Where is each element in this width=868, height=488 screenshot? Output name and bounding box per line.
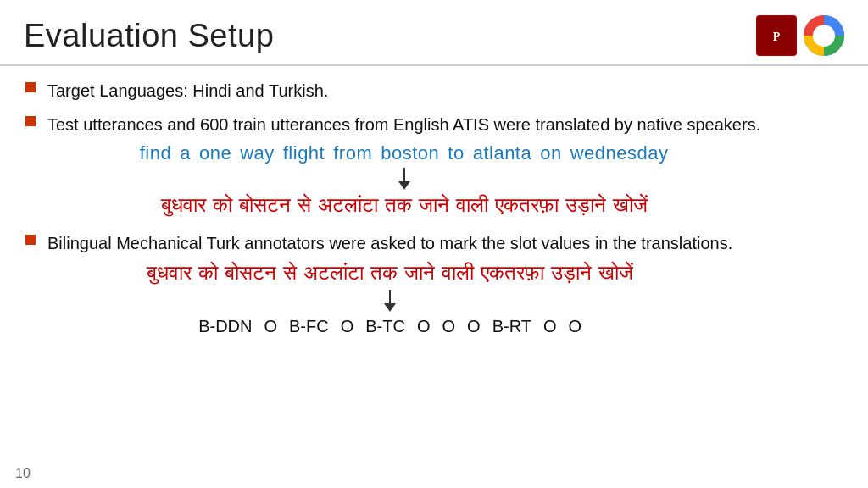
eng-word-from: from bbox=[333, 142, 372, 164]
hi2-word-6: तक bbox=[370, 261, 398, 285]
eng-word-one: one bbox=[199, 142, 231, 164]
eng-word-boston: boston bbox=[381, 142, 439, 164]
bio-tag-11: O bbox=[569, 317, 582, 336]
hi2-word-1: बुधवार bbox=[147, 261, 192, 285]
hi2-word-5: अटलांटा bbox=[303, 261, 364, 285]
hi2-word-8: वाली bbox=[442, 261, 474, 285]
hi1-word-7: जाने bbox=[419, 193, 449, 217]
slide-number: 10 bbox=[15, 466, 31, 481]
bullet-item-1: Target Languages: Hindi and Turkish. bbox=[25, 78, 843, 103]
logos-container: P bbox=[756, 15, 844, 56]
bio-tags-row: B-DDN O B-FC O B-TC O O O B-RT O O bbox=[47, 317, 732, 336]
bio-tag-9: B-RT bbox=[492, 317, 531, 336]
eng-word-wednesday: wednesday bbox=[570, 142, 669, 164]
hi2-word-4: से bbox=[283, 261, 297, 285]
bio-tag-8: O bbox=[467, 317, 481, 336]
hindi-sentence-2: बुधवार को बोसटन से अटलांटा तक जाने वाली … bbox=[47, 261, 732, 285]
hi1-word-8: वाली bbox=[456, 193, 488, 217]
page-title: Evaluation Setup bbox=[24, 18, 274, 54]
hi1-word-11: खोजें bbox=[613, 193, 648, 217]
hi2-word-10: उड़ाने bbox=[551, 261, 592, 285]
bullet-icon-3 bbox=[25, 235, 36, 245]
bullet-icon-1 bbox=[25, 82, 36, 92]
bio-tag-5: B-TC bbox=[365, 317, 405, 336]
arrow-down-1 bbox=[47, 168, 760, 191]
eng-word-to: to bbox=[448, 142, 464, 164]
hi1-word-3: बोसटन bbox=[239, 193, 291, 217]
hi2-word-9: एकतरफ़ा bbox=[481, 261, 544, 285]
eng-word-a: a bbox=[180, 142, 191, 164]
bullet-text-3: Bilingual Mechanical Turk annotators wer… bbox=[47, 234, 732, 252]
arrow-down-2 bbox=[47, 290, 732, 313]
eng-word-find: find bbox=[140, 142, 171, 164]
bio-tag-10: O bbox=[543, 317, 557, 336]
svg-marker-5 bbox=[398, 181, 410, 190]
bullet-text-1: Target Languages: Hindi and Turkish. bbox=[47, 78, 328, 103]
eng-word-atlanta: atlanta bbox=[473, 142, 532, 164]
hi2-word-11: खोजें bbox=[598, 261, 633, 285]
bio-tag-2: O bbox=[264, 317, 277, 336]
svg-marker-7 bbox=[384, 303, 396, 312]
eng-word-flight: flight bbox=[283, 142, 325, 164]
english-sentence: find a one way flight from boston to atl… bbox=[47, 142, 760, 164]
hi2-word-2: को bbox=[198, 261, 218, 285]
hi2-word-3: बोसटन bbox=[225, 261, 276, 285]
hi2-word-7: जाने bbox=[404, 261, 435, 285]
hi1-word-10: उड़ाने bbox=[565, 193, 606, 217]
hi1-word-2: को bbox=[213, 193, 232, 217]
hindi-sentence-1: बुधवार को बोसटन से अटलांटा तक जाने वाली … bbox=[47, 193, 760, 217]
bio-tag-1: B-DDN bbox=[198, 317, 252, 336]
eng-word-on: on bbox=[540, 142, 561, 164]
google-logo bbox=[804, 15, 844, 56]
bio-tag-3: B-FC bbox=[289, 317, 329, 336]
hi1-word-9: एकतरफ़ा bbox=[495, 193, 559, 217]
bullet-item-3: Bilingual Mechanical Turk annotators wer… bbox=[25, 230, 843, 336]
content-area: Target Languages: Hindi and Turkish. Tes… bbox=[0, 66, 868, 336]
bio-tag-7: O bbox=[442, 317, 456, 336]
bio-tag-6: O bbox=[417, 317, 431, 336]
penn-logo: P bbox=[756, 15, 797, 56]
header: Evaluation Setup P bbox=[0, 0, 868, 66]
bullet-item-2: Test utterances and 600 train utterances… bbox=[25, 112, 843, 222]
eng-word-way: way bbox=[240, 142, 275, 164]
hi1-word-1: बुधवार bbox=[161, 193, 206, 217]
bio-tag-4: O bbox=[341, 317, 354, 336]
svg-point-3 bbox=[813, 25, 835, 47]
hi1-word-6: तक bbox=[385, 193, 412, 217]
svg-text:P: P bbox=[773, 30, 781, 43]
hi1-word-4: से bbox=[298, 193, 311, 217]
bullet-icon-2 bbox=[25, 116, 36, 126]
bullet-text-2: Test utterances and 600 train utterances… bbox=[47, 115, 760, 134]
hi1-word-5: अटलांटा bbox=[318, 193, 378, 217]
